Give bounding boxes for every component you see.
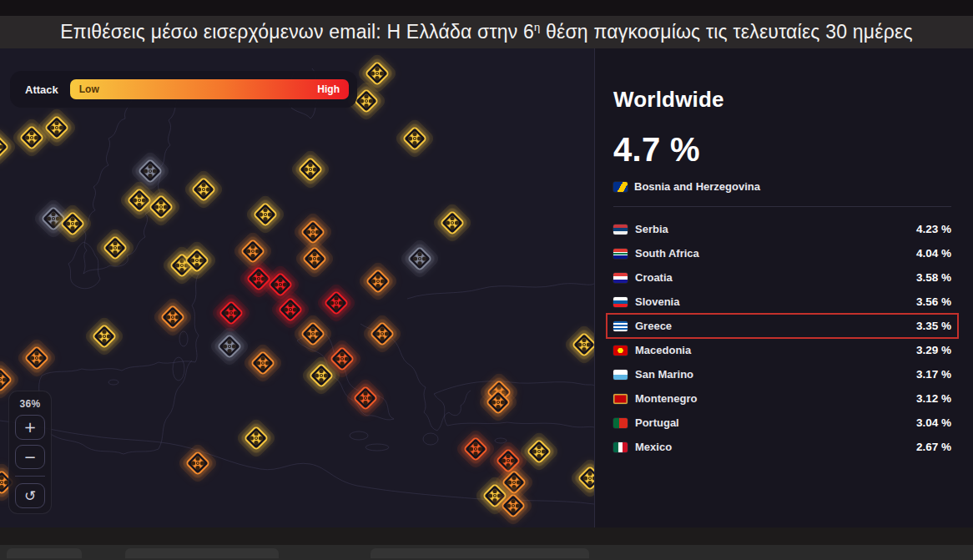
country-name: South Africa — [635, 247, 916, 260]
macedonia-flag-icon — [613, 346, 628, 356]
taskbar-item[interactable] — [7, 548, 82, 558]
attack-marker-orange[interactable] — [295, 240, 334, 278]
attack-marker-orange[interactable] — [154, 298, 192, 336]
country-row-san-marino[interactable]: San Marino3.17 % — [607, 362, 958, 386]
serbia-flag-icon — [613, 225, 628, 235]
country-row-portugal[interactable]: Portugal3.04 % — [607, 411, 958, 435]
attack-marker-yellow[interactable] — [53, 204, 92, 243]
attack-marker-yellow[interactable] — [237, 419, 275, 457]
panel-list-divider — [613, 206, 951, 207]
country-value: 3.29 % — [916, 344, 951, 356]
country-name: Portugal — [635, 416, 916, 429]
country-name: Croatia — [635, 271, 916, 284]
taskbar-item[interactable] — [371, 548, 589, 558]
country-row-macedonia[interactable]: Macedonia3.29 % — [607, 338, 958, 362]
attack-marker-yellow[interactable] — [246, 195, 285, 234]
attack-marker-orange[interactable] — [494, 487, 532, 525]
san-marino-flag-icon — [613, 370, 628, 380]
country-name: Serbia — [635, 223, 916, 235]
worldwide-value: 4.7 % — [613, 131, 951, 169]
panel-title: Worldwide — [613, 87, 951, 113]
country-value: 3.17 % — [916, 368, 951, 381]
south-africa-flag-icon — [613, 249, 628, 259]
attack-marker-orange[interactable] — [359, 262, 397, 300]
country-name: Slovenia — [635, 295, 916, 308]
slovenia-flag-icon — [613, 297, 628, 307]
zoom-level: 36% — [20, 398, 41, 410]
attack-marker-yellow[interactable] — [85, 317, 124, 356]
zoom-controls: 36% + − ↺ — [8, 391, 52, 514]
country-value: 3.56 % — [916, 295, 951, 308]
attack-marker-yellow[interactable] — [291, 150, 330, 189]
country-value: 3.35 % — [916, 320, 951, 332]
attack-legend: Attack Low High — [10, 71, 357, 108]
country-row-montenegro[interactable]: Montenegro3.12 % — [607, 386, 958, 411]
attack-marker-orange[interactable] — [18, 339, 56, 377]
title-bar: Επιθέσεις μέσω εισερχόμενων email: Η Ελλ… — [0, 0, 973, 48]
country-value: 3.12 % — [916, 392, 951, 405]
croatia-flag-icon — [613, 273, 628, 283]
country-row-south-africa[interactable]: South Africa4.04 % — [607, 241, 958, 265]
zoom-out-button[interactable]: − — [15, 445, 45, 470]
attack-marker-orange[interactable] — [479, 383, 517, 421]
bosnia-flag-icon — [613, 182, 628, 192]
zoom-in-button[interactable]: + — [15, 415, 45, 440]
country-name: Greece — [635, 320, 916, 332]
attack-marker-yellow[interactable] — [571, 459, 594, 497]
country-value: 2.67 % — [916, 441, 951, 453]
country-row-greece[interactable]: Greece3.35 % — [607, 314, 958, 338]
selected-country-name: Bosnia and Herzegovina — [634, 180, 760, 193]
country-ranking-list: Serbia4.23 %South Africa4.04 %Croatia3.5… — [607, 217, 958, 459]
portugal-flag-icon — [613, 418, 628, 428]
attack-marker-orange[interactable] — [179, 444, 217, 482]
country-name: Mexico — [635, 441, 916, 453]
page-title: Επιθέσεις μέσω εισερχόμενων email: Η Ελλ… — [0, 21, 973, 43]
attack-marker-yellow[interactable] — [178, 241, 216, 280]
legend-low-label: Low — [79, 83, 99, 95]
attack-marker-orange[interactable] — [244, 344, 282, 382]
attack-marker-orange[interactable] — [363, 315, 401, 353]
attack-marker-yellow[interactable] — [38, 108, 76, 147]
taskbar — [0, 545, 973, 560]
selected-country[interactable]: Bosnia and Herzegovina — [613, 180, 951, 193]
legend-gradient-bar: Low High — [70, 79, 349, 99]
legend-high-label: High — [317, 83, 340, 95]
greece-flag-icon — [613, 321, 628, 331]
attack-marker-gray[interactable] — [401, 240, 439, 278]
country-name: Montenegro — [635, 392, 916, 405]
montenegro-flag-icon — [613, 394, 628, 404]
attack-marker-yellow[interactable] — [302, 356, 340, 395]
legend-label: Attack — [25, 83, 58, 96]
attack-marker-yellow[interactable] — [565, 325, 594, 364]
attack-marker-yellow[interactable] — [396, 119, 434, 158]
stats-panel: Worldwide 4.7 % Bosnia and Herzegovina S… — [595, 48, 973, 527]
attack-marker-yellow[interactable] — [142, 188, 180, 226]
country-row-mexico[interactable]: Mexico2.67 % — [607, 435, 958, 459]
attack-marker-orangered[interactable] — [346, 379, 385, 417]
threat-map-window: Επιθέσεις μέσω εισερχόμενων email: Η Ελλ… — [0, 0, 973, 560]
country-name: San Marino — [635, 368, 916, 381]
attack-marker-yellow[interactable] — [96, 229, 134, 267]
country-value: 3.58 % — [916, 271, 951, 284]
mexico-flag-icon — [613, 442, 628, 452]
country-name: Macedonia — [635, 344, 916, 356]
reset-view-button[interactable]: ↺ — [15, 483, 45, 508]
attack-marker-yellow[interactable] — [0, 128, 16, 166]
taskbar-item[interactable] — [125, 548, 279, 558]
country-value: 4.23 % — [916, 223, 951, 235]
bottom-strip — [0, 527, 973, 545]
country-row-slovenia[interactable]: Slovenia3.56 % — [607, 290, 958, 314]
attack-marker-yellow[interactable] — [433, 204, 471, 242]
country-value: 3.04 % — [916, 416, 951, 429]
country-value: 4.04 % — [916, 247, 951, 260]
attack-marker-yellow[interactable] — [184, 170, 223, 209]
country-row-serbia[interactable]: Serbia4.23 % — [607, 217, 958, 241]
zoom-controls-divider — [15, 476, 45, 477]
attack-map[interactable]: Attack Low High 36% + − ↺ — [0, 48, 594, 527]
country-row-croatia[interactable]: Croatia3.58 % — [607, 265, 958, 290]
